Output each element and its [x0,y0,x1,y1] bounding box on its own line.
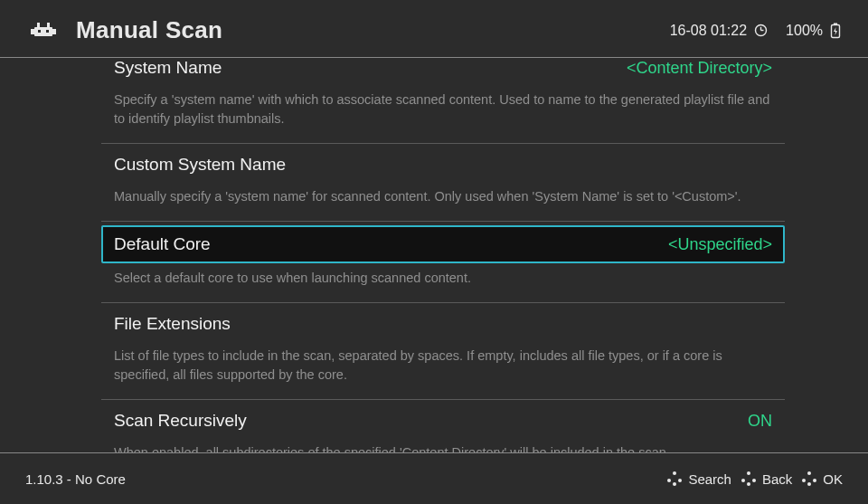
header-left: Manual Scan [27,16,222,44]
footer-bar: 1.10.3 - No Core Search [0,452,868,504]
item-description: Specify a 'system name' with which to as… [101,85,785,143]
svg-point-16 [678,479,682,482]
svg-point-19 [747,482,750,486]
svg-marker-12 [834,27,837,35]
settings-list-viewport: System Name <Content Directory> Specify … [0,60,868,452]
item-description: Select a default core to use when launch… [101,263,785,302]
svg-rect-3 [37,23,40,28]
svg-point-22 [802,479,806,482]
item-description: Manually specify a 'system name' for sca… [101,182,785,221]
svg-rect-4 [47,23,50,28]
svg-point-18 [741,479,745,482]
svg-rect-6 [46,30,49,33]
footer-hints: Search Back OK [666,471,843,487]
item-value: <Unspecified> [668,235,772,254]
svg-rect-0 [34,27,52,36]
item-default-core[interactable]: Default Core <Unspecified> Select a defa… [101,221,785,302]
svg-rect-1 [31,29,35,34]
svg-point-24 [813,479,816,482]
item-custom-system-name[interactable]: Custom System Name Manually specify a 's… [101,143,785,221]
page-title: Manual Scan [76,16,222,44]
dpad-icon [741,471,757,487]
clock-text: 16-08 01:22 [670,23,747,39]
item-description: List of file types to include in the sca… [101,341,785,399]
svg-point-20 [752,479,756,482]
item-description: When enabled, all subdirectories of the … [101,438,785,452]
item-label: Default Core [114,234,211,254]
clock-icon [754,24,768,37]
item-scan-recursively[interactable]: Scan Recursively ON When enabled, all su… [101,399,785,452]
item-label: System Name [114,60,222,78]
item-system-name[interactable]: System Name <Content Directory> Specify … [101,60,785,143]
dpad-icon [666,471,683,487]
hint-search: Search [666,471,731,487]
footer-status: 1.10.3 - No Core [25,471,126,487]
svg-rect-5 [38,30,41,33]
battery-icon [830,23,841,39]
svg-point-13 [673,471,676,475]
svg-point-21 [807,471,811,475]
item-value: <Content Directory> [627,60,772,78]
svg-point-17 [747,471,750,475]
hint-label: OK [823,471,843,487]
battery-text: 100% [786,23,823,39]
item-label: Scan Recursively [114,411,247,431]
item-file-extensions[interactable]: File Extensions List of file types to in… [101,302,785,399]
hint-label: Search [688,471,731,487]
svg-point-14 [667,479,671,482]
hint-label: Back [762,471,792,487]
dpad-icon [801,471,817,487]
header-right: 16-08 01:22 100% [670,23,841,39]
settings-list: System Name <Content Directory> Specify … [101,60,785,452]
header-bar: Manual Scan 16-08 01:22 100% [0,0,868,58]
item-label: Custom System Name [114,155,286,175]
svg-rect-11 [834,23,837,24]
retroarch-logo-icon [27,20,60,42]
item-value: ON [748,412,772,431]
svg-point-15 [673,482,676,486]
item-label: File Extensions [114,314,231,334]
hint-back: Back [741,471,792,487]
svg-rect-2 [52,29,56,34]
hint-ok: OK [801,471,843,487]
svg-point-23 [807,482,811,486]
